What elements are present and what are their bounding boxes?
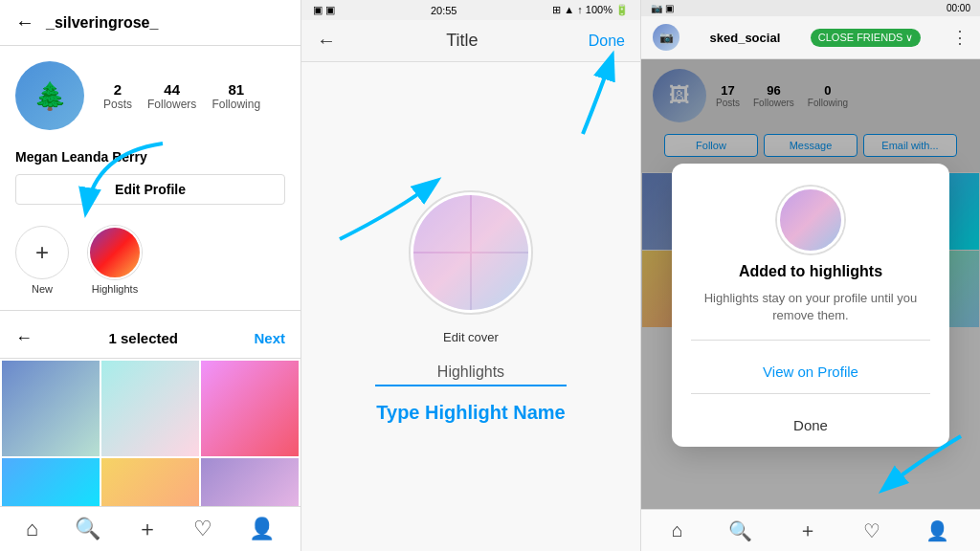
photo-cell[interactable] [2,458,100,506]
status-time: 20:55 [431,5,457,16]
selection-back-icon[interactable]: ← [15,328,33,348]
photo-grid: ✓ [0,359,301,506]
p3-search-icon[interactable]: 🔍 [728,519,752,542]
new-circle-icon[interactable]: + [15,226,69,279]
modal-subtitle: Highlights stay on your profile until yo… [691,290,930,324]
posts-stat: 2 Posts [103,81,132,111]
modal-overlay: Added to highlights Highlights stay on y… [641,59,980,551]
options-icon[interactable]: ⋮ [951,27,969,48]
p3-bottom-nav: ⌂ 🔍 ＋ ♡ 👤 [641,509,980,551]
p3-home-icon[interactable]: ⌂ [672,519,683,541]
modal-highlight-circle [777,187,844,253]
status-left: ▣ ▣ [313,4,335,16]
cover-quad-2 [472,195,528,252]
highlight-name-input[interactable] [375,360,567,386]
photo-cell[interactable] [101,361,199,456]
avatar: 🌲 [15,61,84,130]
highlights-row: + New Highlights [0,218,301,302]
close-friends-button[interactable]: CLOSE FRIENDS ∨ [811,29,922,47]
edit-cover-link[interactable]: Edit cover [443,330,499,344]
p3-status-right: 00:00 [947,3,970,13]
divider [0,310,301,311]
cover-quad-4 [472,253,528,310]
p3-bg-content: 🖼 17 Posts 96 Followers 0 Following [641,59,980,551]
modal-title: Added to highlights [739,263,882,280]
p2-done-button[interactable]: Done [589,33,625,50]
view-on-profile-button[interactable]: View on Profile [691,350,930,394]
selection-bar: ← 1 selected Next [0,319,301,359]
modal-divider [691,340,930,341]
username-label: _silveringrose_ [46,14,158,32]
p2-title: Title [446,31,478,51]
followers-label: Followers [147,98,196,111]
posts-label: Posts [103,98,132,111]
added-highlights-modal: Added to highlights Highlights stay on y… [672,164,949,447]
cover-quad-1 [413,195,470,252]
selected-count: 1 selected [108,330,178,346]
profile-section: 🌲 2 Posts 44 Followers 81 Following [0,46,301,145]
p2-cover-circle [409,190,533,315]
following-count: 81 [228,81,244,98]
p3-status-bar: 📷 ▣ 00:00 [641,0,980,16]
p3-avatar-small: 📷 [653,24,679,51]
p3-header: 📷 sked_social CLOSE FRIENDS ∨ ⋮ [641,16,980,59]
modal-done-button[interactable]: Done [691,404,930,447]
panel-modal: 📷 ▣ 00:00 📷 sked_social CLOSE FRIENDS ∨ … [641,0,980,551]
profile-header: ← _silveringrose_ [0,0,301,46]
p3-status-left: 📷 ▣ [651,3,674,13]
add-icon[interactable]: ＋ [137,515,158,543]
followers-count: 44 [164,81,180,98]
user-display-name: Megan Leanda Berry [0,145,301,174]
new-label: New [32,283,53,295]
profile-icon[interactable]: 👤 [249,517,275,541]
panel-highlight-name: ▣ ▣ 20:55 ⊞ ▲ ↑ 100% 🔋 ← Title Done Edit… [301,0,641,551]
highlights-circle [88,226,142,279]
heart-icon[interactable]: ♡ [193,517,212,541]
p2-header: ← Title Done [301,20,640,62]
following-label: Following [212,98,260,111]
p3-add-icon[interactable]: ＋ [798,518,817,543]
p3-username: sked_social [710,31,781,45]
status-bar: ▣ ▣ 20:55 ⊞ ▲ ↑ 100% 🔋 [301,0,640,20]
followers-stat: 44 Followers [147,81,196,111]
p3-profile-icon[interactable]: 👤 [925,519,949,542]
photo-cell[interactable] [201,458,299,506]
home-icon[interactable]: ⌂ [26,517,38,541]
search-icon[interactable]: 🔍 [75,517,100,541]
p2-cover-inner [413,195,528,310]
cover-quad-3 [413,253,470,310]
highlights-item[interactable]: Highlights [88,226,142,295]
edit-profile-button[interactable]: Edit Profile [15,174,285,205]
panel-profile: ← _silveringrose_ 🌲 2 Posts 44 Followers… [0,0,301,551]
photo-cell[interactable] [2,361,100,456]
following-stat: 81 Following [212,81,260,111]
new-highlight-button[interactable]: + New [15,226,69,295]
next-button[interactable]: Next [254,330,285,346]
bottom-nav: ⌂ 🔍 ＋ ♡ 👤 [0,506,301,551]
highlights-label: Highlights [92,283,138,295]
stats-container: 2 Posts 44 Followers 81 Following [103,81,260,111]
type-hint-text: Type Highlight Name [376,402,565,424]
p3-heart-icon[interactable]: ♡ [863,519,880,542]
status-right: ⊞ ▲ ↑ 100% 🔋 [552,4,629,16]
photo-cell[interactable] [201,361,299,456]
photo-cell[interactable]: ✓ [101,458,199,506]
back-icon[interactable]: ← [15,11,34,33]
p2-back-icon[interactable]: ← [317,30,336,52]
photo-grid-inner: ✓ [0,359,301,506]
p2-cover-area: Edit cover Type Highlight Name [301,62,640,551]
posts-count: 2 [114,81,122,98]
